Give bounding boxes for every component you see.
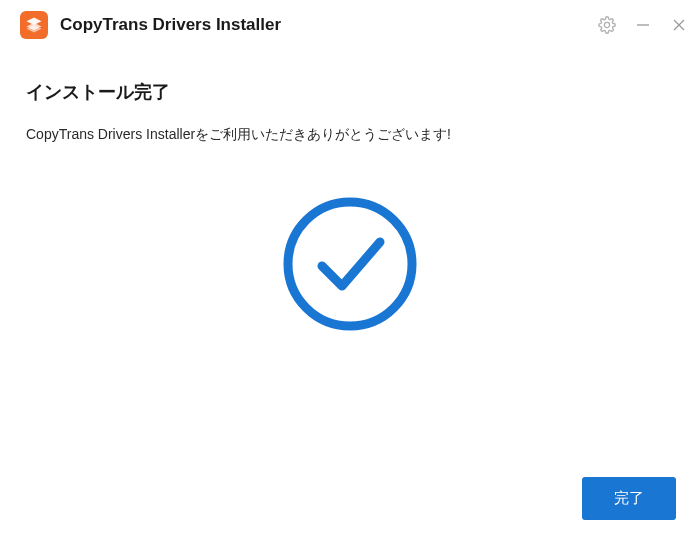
window-controls [598,16,688,34]
gear-icon [598,16,616,34]
content-area: インストール完了 CopyTrans Drivers Installerをご利用… [0,50,700,354]
thank-you-message: CopyTrans Drivers Installerをご利用いただきありがとう… [26,126,674,144]
checkmark-container [26,194,674,334]
titlebar: CopyTrans Drivers Installer [0,0,700,50]
complete-button[interactable]: 完了 [582,477,676,520]
app-title: CopyTrans Drivers Installer [60,15,598,35]
install-complete-heading: インストール完了 [26,80,674,104]
layers-icon [25,16,43,34]
minimize-button[interactable] [634,16,652,34]
close-button[interactable] [670,16,688,34]
app-logo [20,11,48,39]
footer: 完了 [582,477,676,520]
minimize-icon [636,18,650,32]
settings-button[interactable] [598,16,616,34]
close-icon [672,18,686,32]
success-checkmark-icon [280,194,420,334]
svg-point-3 [288,202,412,326]
